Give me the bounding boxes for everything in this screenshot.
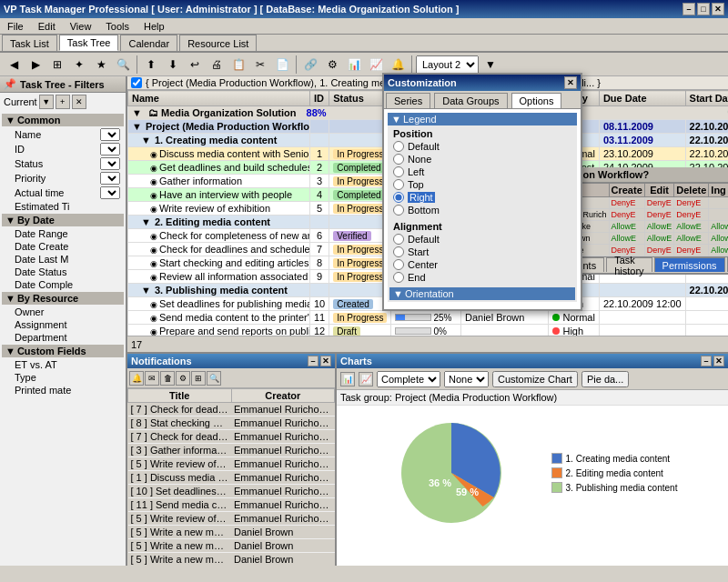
filter-name-select[interactable] — [100, 128, 120, 141]
notif-row[interactable]: [ 5 ] Write a new media content [article… — [128, 526, 335, 539]
notif-btn-3[interactable]: 🗑 — [160, 371, 175, 386]
filter-assignment[interactable]: Assignment — [2, 318, 124, 331]
byresource-section-header[interactable]: ▼ By Resource — [2, 292, 124, 305]
toolbar-btn-8[interactable]: ⬇ — [163, 55, 183, 75]
option-left[interactable]: Left — [389, 166, 575, 178]
perm-col-ing[interactable]: Ing pemso — [709, 184, 728, 197]
filter-name[interactable]: Name — [2, 127, 124, 142]
toolbar-btn-6[interactable]: 🔍 — [113, 55, 133, 75]
customfields-section-header[interactable]: ▼ Custom Fields — [2, 345, 124, 357]
filter-actualtime[interactable]: Actual time — [2, 186, 124, 200]
tab-task-tree[interactable]: Task Tree — [59, 35, 119, 51]
notif-btn-1[interactable]: 🔔 — [129, 371, 144, 386]
notif-col-creator[interactable]: Creator — [231, 389, 335, 403]
chart-btn-2[interactable]: 📈 — [359, 372, 373, 386]
filter-department[interactable]: Department — [2, 331, 124, 344]
filter-type[interactable]: Type — [2, 371, 124, 384]
filter-status[interactable]: Status — [2, 156, 124, 171]
toolbar-btn-5[interactable]: ★ — [91, 55, 111, 75]
menu-view[interactable]: View — [66, 20, 96, 33]
perm-col-delete[interactable]: Delete — [674, 184, 709, 197]
minimize-button[interactable]: – — [682, 3, 695, 15]
perm-col-create[interactable]: Create — [609, 184, 644, 197]
dialog-tab-options[interactable]: Options — [511, 93, 562, 108]
legend-section-header[interactable]: ▼ Legend — [388, 113, 577, 125]
toolbar-btn-4[interactable]: ✦ — [69, 55, 89, 75]
notif-minimize[interactable]: – — [308, 356, 318, 366]
toolbar-btn-12[interactable]: ✂ — [250, 55, 270, 75]
notif-row[interactable]: [ 5 ] Write review of exhibitionEmmanuel… — [128, 457, 335, 471]
toolbar-btn-18[interactable]: 🔔 — [388, 55, 408, 75]
dialog-tab-series[interactable]: Series — [386, 93, 430, 108]
filter-id-select[interactable] — [100, 143, 120, 156]
notif-row[interactable]: [ 10 ] Set deadlines for publishing medi… — [128, 485, 335, 498]
toolbar-btn-7[interactable]: ⬆ — [141, 55, 161, 75]
option-align-default[interactable]: Default — [389, 233, 575, 246]
filter-status-select[interactable] — [100, 157, 120, 170]
filter-checkbox[interactable] — [131, 77, 142, 88]
menu-edit[interactable]: Edit — [35, 20, 59, 33]
tab-task-list[interactable]: Task List — [2, 35, 57, 51]
chart-minimize[interactable]: – — [701, 356, 712, 366]
chart-none-select[interactable]: None — [444, 371, 489, 387]
col-due-date[interactable]: Due Date — [599, 91, 685, 106]
notif-row[interactable]: [ 7 ] Check for deadlines and schedulesE… — [128, 403, 335, 416]
toolbar-btn-16[interactable]: 📊 — [344, 55, 364, 75]
filter-estimatedti[interactable]: Estimated Ti — [2, 200, 124, 213]
toolbar-btn-9[interactable]: ↩ — [185, 55, 205, 75]
filter-btn-3[interactable]: ✕ — [72, 95, 86, 109]
filter-datelastm[interactable]: Date Last M — [2, 253, 124, 266]
filter-priority-select[interactable] — [100, 172, 120, 185]
notif-btn-4[interactable]: ⚙ — [176, 371, 190, 386]
bottom-tab-task-history[interactable]: Task history — [606, 257, 652, 272]
filter-actualtime-select[interactable] — [100, 186, 120, 199]
toolbar-btn-19[interactable]: ▼ — [480, 55, 500, 75]
col-id[interactable]: ID — [310, 91, 329, 106]
filter-btn-2[interactable]: + — [56, 95, 70, 109]
menu-tools[interactable]: Tools — [102, 20, 133, 33]
toolbar-btn-11[interactable]: 📋 — [228, 55, 248, 75]
col-start-date[interactable]: Start Date — [685, 91, 728, 106]
bottom-tab-permissions[interactable]: Permissions — [654, 257, 725, 272]
option-bottom[interactable]: Bottom — [389, 204, 575, 216]
maximize-button[interactable]: □ — [697, 3, 710, 15]
option-align-end[interactable]: End — [389, 271, 575, 284]
pie-chart-button[interactable]: Pie dа... — [581, 371, 629, 387]
filter-datestatus[interactable]: Date Status — [2, 266, 124, 278]
chart-complete-select[interactable]: Complete — [377, 371, 440, 387]
option-top[interactable]: Top — [389, 178, 575, 191]
table-row[interactable]: ◉Prepare and send reports on published m… — [128, 325, 729, 336]
bydate-section-header[interactable]: ▼ By Date — [2, 214, 124, 226]
filter-id[interactable]: ID — [2, 142, 124, 156]
customize-chart-button[interactable]: Customize Chart — [492, 371, 578, 387]
chart-btn-1[interactable]: 📊 — [340, 372, 355, 386]
toolbar-btn-13[interactable]: 📄 — [272, 55, 292, 75]
option-none[interactable]: None — [389, 153, 575, 166]
chart-close[interactable]: ✕ — [713, 356, 724, 366]
filter-priority[interactable]: Priority — [2, 171, 124, 186]
common-section-header[interactable]: ▼ Common — [2, 114, 124, 126]
notif-row[interactable]: [ 5 ] Write a new media content [article… — [128, 553, 335, 567]
notif-row[interactable]: [ 3 ] Gather informationEmmanuel Ruricho… — [128, 444, 335, 457]
menu-file[interactable]: File — [4, 20, 27, 33]
notif-btn-6[interactable]: 🔍 — [207, 371, 221, 386]
option-align-center[interactable]: Center — [389, 258, 575, 271]
option-default[interactable]: Default — [389, 140, 575, 153]
tab-resource-list[interactable]: Resource List — [179, 35, 257, 51]
toolbar-btn-2[interactable]: ▶ — [25, 55, 46, 75]
dialog-tab-datagroups[interactable]: Data Groups — [434, 93, 507, 108]
option-right[interactable]: Right — [389, 191, 575, 204]
perm-col-edit[interactable]: Edit — [644, 184, 674, 197]
orientation-section-header[interactable]: ▼ Orientation — [389, 287, 575, 300]
filter-datecreate[interactable]: Date Create — [2, 240, 124, 253]
notif-btn-2[interactable]: ✉ — [145, 371, 159, 386]
toolbar-btn-15[interactable]: ⚙ — [322, 55, 342, 75]
toolbar-btn-10[interactable]: 🖨 — [207, 55, 227, 75]
layout-select[interactable]: Layout 2 — [416, 55, 479, 74]
col-name[interactable]: Name — [128, 91, 310, 106]
filter-printedmate[interactable]: Printed mate — [2, 384, 124, 396]
filter-btn-1[interactable]: ▼ — [39, 95, 54, 109]
filter-datecomple[interactable]: Date Comple — [2, 278, 124, 291]
filter-etvsat[interactable]: ET vs. AT — [2, 358, 124, 371]
filter-owner[interactable]: Owner — [2, 306, 124, 318]
